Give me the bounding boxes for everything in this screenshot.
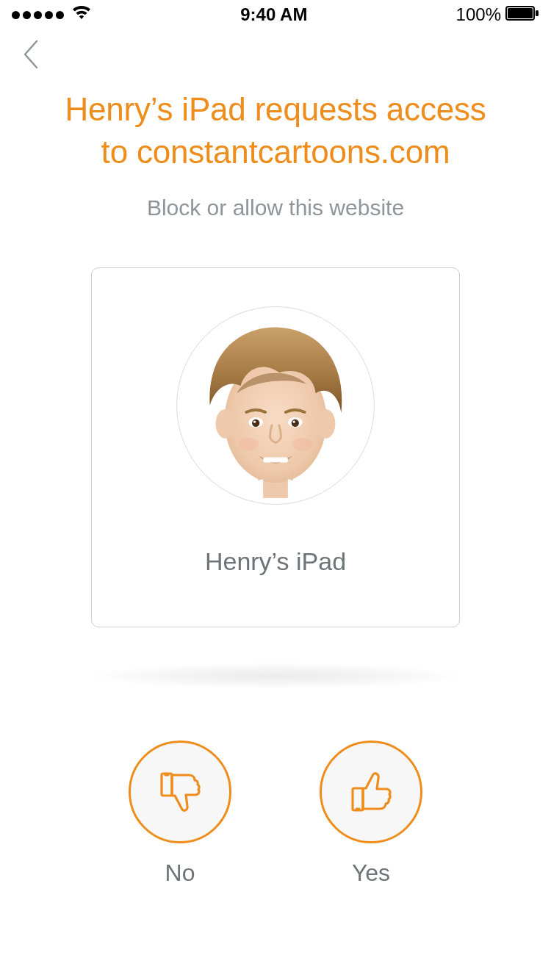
svg-rect-19 — [353, 788, 363, 810]
back-button[interactable] — [21, 38, 40, 73]
avatar — [176, 306, 375, 505]
svg-rect-17 — [162, 774, 172, 796]
svg-point-7 — [317, 408, 336, 438]
status-left — [12, 4, 92, 25]
device-card: Henry’s iPad — [91, 267, 460, 627]
svg-rect-2 — [536, 10, 539, 16]
svg-point-13 — [293, 420, 295, 422]
device-label: Henry’s iPad — [205, 547, 346, 576]
no-button[interactable]: No — [129, 741, 231, 887]
svg-point-10 — [252, 419, 259, 426]
thumbs-up-icon — [320, 741, 422, 843]
avatar-image — [177, 306, 374, 505]
svg-point-6 — [216, 408, 235, 438]
yes-button[interactable]: Yes — [320, 741, 422, 887]
page-title: Henry’s iPad requests access to constant… — [29, 88, 522, 173]
device-card-wrap: Henry’s iPad — [0, 267, 551, 627]
status-right: 100% — [456, 4, 539, 25]
title-line-2: to constantcartoons.com — [101, 134, 450, 170]
no-label: No — [165, 860, 195, 887]
yes-label: Yes — [352, 860, 390, 887]
card-shadow — [0, 663, 551, 689]
svg-point-12 — [253, 420, 256, 422]
page-title-wrap: Henry’s iPad requests access to constant… — [0, 88, 551, 173]
battery-icon — [505, 4, 539, 25]
title-line-1: Henry’s iPad requests access — [65, 91, 486, 127]
thumbs-down-icon — [129, 741, 231, 843]
chevron-left-icon — [21, 38, 40, 71]
svg-rect-14 — [263, 457, 288, 462]
status-time: 9:40 AM — [240, 4, 307, 25]
status-bar: 9:40 AM 100% — [0, 0, 551, 29]
nav-bar — [0, 29, 551, 82]
battery-percent: 100% — [456, 4, 501, 25]
svg-point-15 — [238, 437, 259, 450]
signal-strength-icon — [12, 11, 64, 19]
svg-rect-1 — [508, 8, 533, 18]
wifi-icon — [71, 4, 92, 25]
page-subtitle: Block or allow this website — [0, 195, 551, 220]
svg-point-16 — [292, 437, 313, 450]
action-row: No Yes — [0, 741, 551, 887]
svg-point-11 — [292, 419, 299, 426]
